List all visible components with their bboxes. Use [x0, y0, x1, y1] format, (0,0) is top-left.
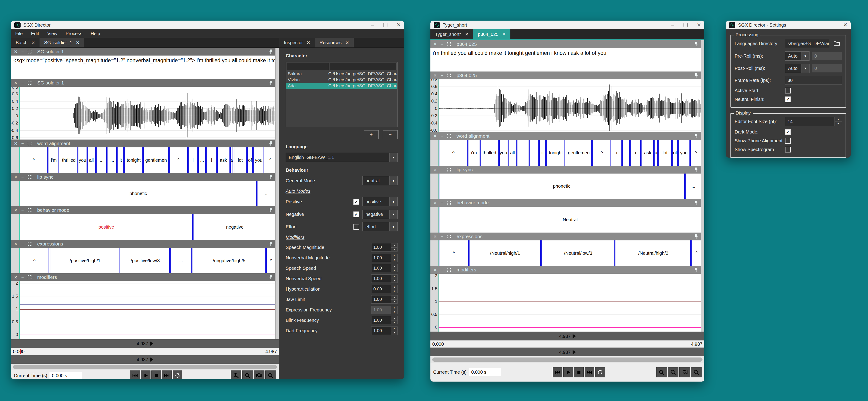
document-tab[interactable]: Batch ✕	[11, 38, 39, 48]
close-icon[interactable]: ✕	[843, 23, 847, 28]
pin-icon[interactable]	[694, 234, 698, 239]
minimize-icon[interactable]: –	[371, 23, 374, 28]
pin-icon[interactable]	[269, 81, 273, 85]
word-segment[interactable]: i	[612, 140, 622, 166]
expand-icon[interactable]	[28, 275, 32, 279]
waveform-plot[interactable]	[438, 79, 701, 132]
zoom-in-button[interactable]	[656, 367, 667, 377]
modifier-curve[interactable]	[19, 335, 275, 335]
word-segment[interactable]: ^	[20, 147, 48, 173]
selection-bar-top[interactable]: 4.987	[11, 339, 279, 348]
loop-button[interactable]	[173, 370, 182, 379]
zoom-out-button[interactable]	[668, 367, 678, 377]
zoom-in-button[interactable]	[231, 370, 241, 379]
framerate-field[interactable]: 30	[785, 76, 842, 85]
modifier-spinbox[interactable]: 1.00 ▲▼	[371, 306, 398, 314]
stop-button[interactable]	[574, 367, 584, 377]
close-icon[interactable]: ✕	[433, 73, 437, 78]
spin-up-icon[interactable]: ▲	[391, 316, 397, 320]
selection-bar-top[interactable]: 4.987	[430, 332, 704, 340]
active-start-checkbox[interactable]	[785, 88, 791, 93]
word-segment[interactable]: all	[508, 140, 517, 166]
modifier-spinbox[interactable]: 1.00 ▲▼	[371, 326, 398, 335]
current-time-field[interactable]: 0.000 s	[469, 368, 501, 376]
pin-icon[interactable]	[694, 167, 698, 172]
word-segment[interactable]: you	[678, 140, 689, 166]
expression-segment[interactable]: /Neutral/low/3	[541, 240, 615, 266]
menu-item[interactable]: Process	[66, 31, 82, 36]
pin-icon[interactable]	[269, 49, 273, 54]
document-tab[interactable]: SG_soldier_1 ✕	[39, 38, 84, 48]
menu-item[interactable]: View	[48, 31, 57, 36]
zoom-selection-button[interactable]	[691, 367, 702, 377]
word-segment[interactable]: i	[206, 147, 217, 173]
pin-icon[interactable]	[694, 73, 698, 78]
spin-down-icon[interactable]: ▼	[391, 248, 397, 252]
character-path-filter[interactable]	[330, 63, 397, 70]
spin-up-icon[interactable]: ▲	[391, 295, 397, 299]
playhead[interactable]	[438, 140, 439, 166]
character-row[interactable]: Vivian C:/Users/berge/SG_DEV/SG_Characte…	[286, 77, 397, 83]
auto-mode-dropdown[interactable]: effort ▾	[363, 222, 398, 231]
minimize-icon[interactable]: −	[21, 242, 24, 246]
word-segment[interactable]: ^	[592, 140, 611, 166]
spin-up-icon[interactable]: ▲	[835, 117, 842, 122]
expression-segment[interactable]: /positive/low/3	[121, 248, 170, 273]
playhead[interactable]	[19, 147, 20, 173]
neutral-finish-checkbox[interactable]: ✓	[785, 96, 791, 102]
minimize-icon[interactable]: –	[671, 23, 674, 28]
spin-down-icon[interactable]: ▼	[391, 320, 397, 324]
tab-close-icon[interactable]: ✕	[345, 40, 349, 45]
word-segment[interactable]: i'm	[469, 140, 479, 166]
spin-down-icon[interactable]: ▼	[391, 258, 397, 262]
preroll-mode-dropdown[interactable]: Auto ▾	[785, 51, 809, 61]
word-segment[interactable]: you	[253, 147, 264, 173]
pin-icon[interactable]	[269, 208, 273, 212]
spin-down-icon[interactable]: ▼	[835, 122, 842, 126]
modifier-spinbox[interactable]: 1.00 ▲▼	[371, 316, 398, 324]
tab-close-icon[interactable]: ✕	[307, 40, 310, 45]
time-ruler[interactable]: 0.000 4.987	[430, 340, 704, 348]
minimize-icon[interactable]: −	[441, 42, 443, 47]
auto-mode-checkbox[interactable]	[353, 224, 359, 230]
horizontal-scrollbar[interactable]	[13, 365, 277, 369]
expand-icon[interactable]	[447, 134, 451, 138]
expand-icon[interactable]	[447, 234, 451, 238]
playhead[interactable]	[438, 274, 439, 332]
vertical-scrollbar[interactable]	[701, 40, 704, 332]
expand-icon[interactable]	[28, 242, 32, 246]
word-segment[interactable]: ask	[217, 147, 229, 173]
postroll-value-field[interactable]: 0	[812, 64, 842, 73]
inspector-tab[interactable]: Inspector ✕	[279, 38, 315, 48]
expand-icon[interactable]	[28, 175, 32, 179]
minimize-icon[interactable]: −	[21, 208, 24, 212]
word-segment[interactable]: ^	[690, 140, 701, 166]
expand-icon[interactable]	[28, 81, 32, 85]
minimize-icon[interactable]: −	[441, 134, 443, 138]
document-tab[interactable]: Tyger_short* ✕	[430, 29, 473, 39]
skip-end-button[interactable]	[585, 367, 594, 377]
pin-icon[interactable]	[694, 134, 698, 138]
folder-icon[interactable]	[832, 39, 842, 48]
pin-icon[interactable]	[694, 267, 698, 272]
expand-icon[interactable]	[28, 141, 32, 146]
expression-segment[interactable]: ^	[691, 240, 701, 266]
word-segment[interactable]: ^	[169, 147, 188, 173]
lip-sync-segment[interactable]: phonetic	[439, 174, 685, 199]
pin-icon[interactable]	[269, 175, 273, 179]
expression-segment[interactable]: ^	[20, 248, 49, 273]
expression-segment[interactable]: /Neutral/high/2	[616, 240, 691, 266]
expression-segment[interactable]: /Neutral/high/1	[469, 240, 541, 266]
word-segment[interactable]: i'm	[49, 147, 59, 173]
behavior-segment[interactable]: Neutral	[439, 207, 701, 233]
time-ruler[interactable]: 0.000 4.987	[11, 348, 279, 355]
modifier-spinbox[interactable]: 0.00 ▲▼	[371, 285, 398, 293]
preroll-value-field[interactable]: 0	[812, 52, 842, 60]
behavior-segment[interactable]: negative	[193, 214, 275, 240]
word-segment[interactable]: of	[247, 147, 253, 173]
playhead[interactable]	[19, 214, 20, 240]
modifier-spinbox[interactable]: 1.00 ▲▼	[371, 264, 398, 273]
spin-down-icon[interactable]: ▼	[391, 310, 397, 314]
minimize-icon[interactable]: −	[441, 201, 443, 205]
play-button[interactable]	[141, 370, 151, 379]
